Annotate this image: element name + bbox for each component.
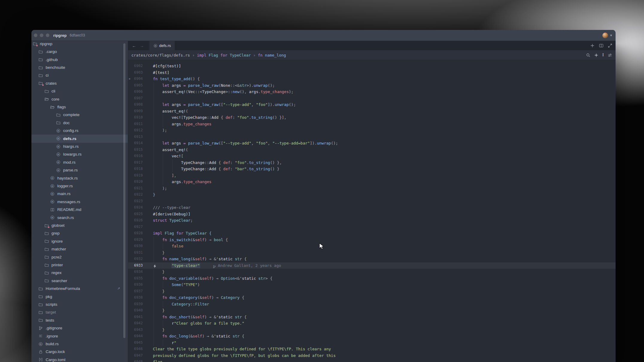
code-line-6923[interactable]: 6923 bbox=[128, 198, 616, 205]
code-line-6909[interactable]: 6909 assert_eq!( bbox=[128, 108, 616, 115]
split-pane-button[interactable] bbox=[599, 44, 603, 48]
code-line-6924[interactable]: 6924/// --type-clear bbox=[128, 204, 616, 211]
code-line-6911[interactable]: 6911 args.type_changes bbox=[128, 121, 616, 127]
tree-item-target[interactable]: target bbox=[31, 308, 128, 316]
tab-defs-rs[interactable]: R defs.rs bbox=[149, 41, 175, 50]
code-line-6940[interactable]: 6940 } bbox=[128, 307, 616, 314]
code-line-6920[interactable]: 6920 args.type_changes bbox=[128, 179, 616, 185]
tree-item-homebrewformula[interactable]: HomebrewFormula↗ bbox=[31, 285, 128, 293]
code-line-6910[interactable]: 6910 vec![TypeChange::Add { def: "foo".t… bbox=[128, 114, 616, 121]
tree-item-lowargs-rs[interactable]: Rlowargs.rs bbox=[31, 150, 128, 158]
code-line-6915[interactable]: 6915 assert_eq!( bbox=[128, 147, 616, 153]
code-editor[interactable]: 6902#[cfg(test)]6903#[test]6904▶fn test_… bbox=[128, 60, 616, 362]
tree-item-logger-rs[interactable]: Rlogger.rs bbox=[31, 182, 128, 190]
code-line-6936[interactable]: 6936 Some("TYPE") bbox=[128, 282, 616, 288]
code-line-6914[interactable]: 6914 let args = parse_low_raw(["--type-a… bbox=[128, 140, 616, 147]
tree-item-messages-rs[interactable]: Rmessages.rs bbox=[31, 198, 128, 206]
tree-item-readme-md[interactable]: README.md bbox=[31, 206, 128, 214]
code-line-6902[interactable]: 6902#[cfg(test)] bbox=[128, 63, 616, 69]
avatar[interactable] bbox=[602, 33, 608, 38]
tree-item-searcher[interactable]: searcher bbox=[31, 277, 128, 285]
tree-item-defs-rs[interactable]: Rdefs.rs bbox=[31, 135, 128, 143]
tree-item-flags[interactable]: flags bbox=[31, 103, 128, 111]
project-title[interactable]: ripgrep bbox=[53, 33, 67, 38]
code-line-6903[interactable]: 6903#[test] bbox=[128, 69, 616, 76]
tree-item-crates[interactable]: crates bbox=[31, 79, 128, 87]
tree-item-grep[interactable]: grep bbox=[31, 229, 128, 237]
tree-item-regex[interactable]: regex bbox=[31, 269, 128, 277]
code-line-6906[interactable]: 6906 assert_eq!(Vec::<TypeChange>::new()… bbox=[128, 89, 616, 95]
code-line-6933[interactable]: 6933 "type-clear"Andrew Gallant, 2 years… bbox=[128, 262, 616, 269]
code-line-6928[interactable]: 6928impl Flag for TypeClear { bbox=[128, 230, 616, 237]
code-line-6929[interactable]: 6929 fn is_switch(&self) → bool { bbox=[128, 237, 616, 243]
code-line-6917[interactable]: 6917 TypeChange::Add { def: "foo".to_str… bbox=[128, 159, 616, 166]
code-line-6926[interactable]: 6926struct TypeClear; bbox=[128, 217, 616, 224]
code-line-6922[interactable]: 6922} bbox=[128, 191, 616, 198]
tree-item-matcher[interactable]: matcher bbox=[31, 245, 128, 253]
tree-item-haystack-rs[interactable]: Rhaystack.rs bbox=[31, 174, 128, 182]
code-line-6931[interactable]: 6931 } bbox=[128, 250, 616, 256]
tree-item-pkg[interactable]: pkg bbox=[31, 293, 128, 301]
code-line-6905[interactable]: 6905 let args = parse_low_raw(None::<&st… bbox=[128, 82, 616, 89]
tree-item-main-rs[interactable]: Rmain.rs bbox=[31, 190, 128, 198]
assistant-icon[interactable] bbox=[594, 53, 599, 57]
tree-item-cargo-toml[interactable]: Cargo.toml bbox=[31, 356, 128, 362]
commit-hash[interactable]: 6dfaec03 bbox=[70, 33, 85, 37]
tree-item-tests[interactable]: tests bbox=[31, 316, 128, 324]
tree-item-config-rs[interactable]: Rconfig.rs bbox=[31, 127, 128, 135]
zoom-button[interactable] bbox=[46, 34, 49, 37]
code-line-6941[interactable]: 6941 fn doc_short(&self) → &'static str … bbox=[128, 314, 616, 320]
editor-controls-icon[interactable] bbox=[608, 53, 612, 57]
new-tab-button[interactable] bbox=[590, 44, 594, 48]
expand-pane-button[interactable] bbox=[608, 44, 612, 48]
code-line-6939[interactable]: 6939 Category::Filter bbox=[128, 301, 616, 308]
code-line-6927[interactable]: 6927 bbox=[128, 224, 616, 230]
code-line-6947[interactable]: 6947previously defined globs for the \fI… bbox=[128, 352, 616, 359]
tree-item-pcre2[interactable]: pcre2 bbox=[31, 253, 128, 261]
code-line-6945[interactable]: 6945 r" bbox=[128, 340, 616, 346]
code-line-6935[interactable]: 6935 fn doc_variable(&self) → Option<&'s… bbox=[128, 275, 616, 282]
tree-item-scripts[interactable]: scripts bbox=[31, 300, 128, 308]
tree-item--ignore[interactable]: .ignore bbox=[31, 332, 128, 340]
code-line-6942[interactable]: 6942 r"Clear globs for a file type." bbox=[128, 320, 616, 327]
tree-item-ignore[interactable]: ignore bbox=[31, 237, 128, 245]
tree-item-mod-rs[interactable]: Rmod.rs bbox=[31, 158, 128, 166]
close-button[interactable] bbox=[34, 34, 37, 37]
tree-item--gitignore[interactable]: .gitignore bbox=[31, 324, 128, 332]
tree-item-globset[interactable]: globset bbox=[31, 221, 128, 229]
tree-item-cargo-lock[interactable]: Cargo.lock bbox=[31, 348, 128, 356]
tree-item-parse-rs[interactable]: Rparse.rs bbox=[31, 166, 128, 174]
fold-marker-icon[interactable]: ▶ bbox=[129, 76, 130, 82]
tree-item-hiargs-rs[interactable]: Rhiargs.rs bbox=[31, 142, 128, 150]
code-line-6921[interactable]: 6921 ); bbox=[128, 185, 616, 192]
tree-item-doc[interactable]: doc bbox=[31, 119, 128, 127]
code-line-6916[interactable]: 6916 vec![ bbox=[128, 153, 616, 159]
code-line-6932[interactable]: 6932 fn name_long(&self) → &'static str … bbox=[128, 256, 616, 262]
tree-item-ripgrep[interactable]: ripgrep bbox=[31, 41, 128, 48]
minimize-button[interactable] bbox=[40, 34, 43, 37]
tree-item-search-rs[interactable]: Rsearch.rs bbox=[31, 214, 128, 222]
sidebar-scrollbar[interactable] bbox=[123, 43, 125, 338]
code-line-6913[interactable]: 6913 bbox=[128, 134, 616, 140]
chevron-down-icon[interactable]: ▾ bbox=[610, 33, 612, 37]
tree-item-cli[interactable]: cli bbox=[31, 87, 128, 95]
git-blame-annotation[interactable]: Andrew Gallant, 2 years ago bbox=[213, 262, 281, 269]
tree-item-benchsuite[interactable]: benchsuite bbox=[31, 63, 128, 72]
code-line-6944[interactable]: 6944 fn doc_long(&self) → &'static str { bbox=[128, 333, 616, 340]
tree-item--cargo[interactable]: .cargo bbox=[31, 48, 128, 56]
code-line-6930[interactable]: 6930 false bbox=[128, 243, 616, 250]
nav-forward-button[interactable]: → bbox=[140, 43, 144, 48]
code-line-6919[interactable]: 6919 ], bbox=[128, 172, 616, 179]
code-line-6907[interactable]: 6907 bbox=[128, 95, 616, 102]
code-line-6912[interactable]: 6912 ); bbox=[128, 127, 616, 134]
inline-assist-icon[interactable]: I bbox=[602, 53, 604, 57]
search-icon[interactable] bbox=[586, 53, 590, 57]
tree-item-build-rs[interactable]: Rbuild.rs bbox=[31, 340, 128, 348]
code-line-6934[interactable]: 6934 } bbox=[128, 269, 616, 275]
nav-back-button[interactable]: ← bbox=[132, 43, 136, 48]
code-line-6904[interactable]: 6904▶fn test_type_add() { bbox=[128, 76, 616, 82]
tree-item-core[interactable]: core bbox=[31, 95, 128, 103]
code-line-6943[interactable]: 6943 } bbox=[128, 327, 616, 333]
code-line-6908[interactable]: 6908 let args = parse_low_raw(["--type-a… bbox=[128, 101, 616, 108]
code-line-6937[interactable]: 6937 } bbox=[128, 288, 616, 295]
